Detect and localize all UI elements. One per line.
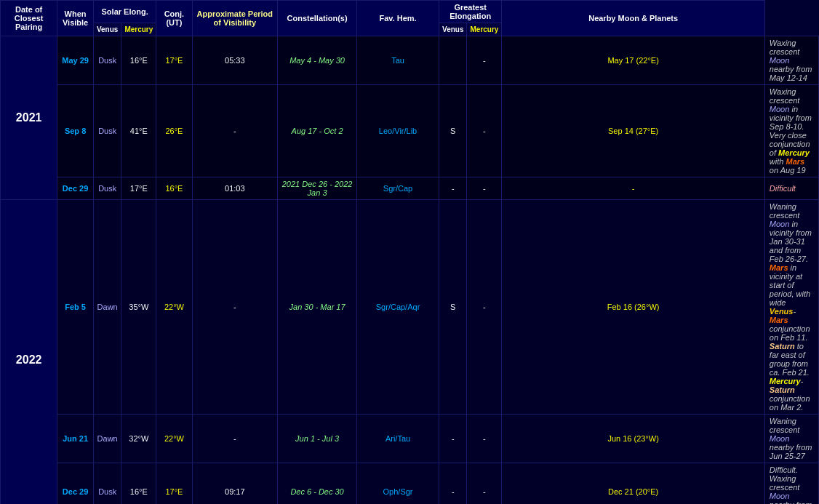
header-conj: Conj. (UT) (156, 1, 192, 36)
date-cell: Dec 29 (57, 463, 94, 505)
venus-elong-cell: 41°E (121, 85, 156, 177)
date-cell: Jun 21 (57, 415, 94, 463)
year-cell: 2022 (1, 200, 57, 505)
table-row: Jun 21Dawn32°W22°W-Jun 1 - Jul 3Ari/Tau-… (1, 415, 819, 463)
table-body: 2021May 29Dusk16°E17°E05:33May 4 - May 3… (1, 36, 819, 505)
venus-elong-cell: 17°E (121, 177, 156, 200)
conj-cell: 09:17 (192, 463, 278, 505)
constellation-cell: Leo/Vir/Lib (357, 85, 439, 177)
venus-elong-cell: 16°E (121, 36, 156, 85)
date-cell: May 29 (57, 36, 94, 85)
nearby-cell: Waning crescent Moon in vicinity from Ja… (764, 200, 818, 415)
when-cell: Dusk (93, 177, 121, 200)
greatest-venus-cell: - (467, 463, 502, 505)
greatest-venus-cell: - (467, 415, 502, 463)
greatest-venus-cell: - (467, 85, 502, 177)
period-cell: Jun 1 - Jul 3 (278, 415, 357, 463)
greatest-venus-cell: - (467, 36, 502, 85)
when-cell: Dawn (93, 415, 121, 463)
greatest-mercury-cell: Sep 14 (27°E) (502, 85, 764, 177)
fav-hem-cell: - (439, 177, 467, 200)
greatest-mercury-cell: Feb 16 (26°W) (502, 200, 764, 415)
mercury-elong-cell: 17°E (156, 463, 192, 505)
fav-hem-cell: S (439, 85, 467, 177)
conj-cell: - (192, 85, 278, 177)
mercury-elong-cell: 17°E (156, 36, 192, 85)
venus-elong-cell: 35°W (121, 200, 156, 415)
when-cell: Dusk (93, 85, 121, 177)
subheader-greatest-mercury: Mercury (467, 23, 502, 36)
conj-cell: - (192, 415, 278, 463)
conj-cell: 01:03 (192, 177, 278, 200)
date-cell: Feb 5 (57, 200, 94, 415)
when-cell: Dawn (93, 200, 121, 415)
greatest-mercury-cell: - (502, 177, 764, 200)
nearby-cell: Waxing crescent Moon in vicinity from Se… (764, 85, 818, 177)
header-period: Approximate Period of Visibility (192, 1, 278, 36)
mercury-elong-cell: 16°E (156, 177, 192, 200)
constellation-cell: Sgr/Cap/Aqr (357, 200, 439, 415)
header-greatest: Greatest Elongation (439, 1, 502, 23)
header-when: When Visible (57, 1, 94, 36)
table-row: Sep 8Dusk41°E26°E-Aug 17 - Oct 2Leo/Vir/… (1, 85, 819, 177)
nearby-cell: Waning crescent Moon nearby from Jun 25-… (764, 415, 818, 463)
table-row: Dec 29Dusk17°E16°E01:032021 Dec 26 - 202… (1, 177, 819, 200)
period-cell: Aug 17 - Oct 2 (278, 85, 357, 177)
nearby-cell: Waxing crescent Moon nearby from May 12-… (764, 36, 818, 85)
venus-elong-cell: 32°W (121, 415, 156, 463)
greatest-venus-cell: - (467, 177, 502, 200)
table-row: 2021May 29Dusk16°E17°E05:33May 4 - May 3… (1, 36, 819, 85)
greatest-mercury-cell: Jun 16 (23°W) (502, 415, 764, 463)
when-cell: Dusk (93, 463, 121, 505)
constellation-cell: Tau (357, 36, 439, 85)
mercury-elong-cell: 26°E (156, 85, 192, 177)
conj-cell: - (192, 200, 278, 415)
year-cell: 2021 (1, 36, 57, 200)
period-cell: Dec 6 - Dec 30 (278, 463, 357, 505)
header-solar: Solar Elong. (93, 1, 156, 23)
fav-hem-cell: - (439, 415, 467, 463)
header-fav: Fav. Hem. (357, 1, 439, 36)
table-row: 2022Feb 5Dawn35°W22°W-Jan 30 - Mar 17Sgr… (1, 200, 819, 415)
greatest-mercury-cell: Dec 21 (20°E) (502, 463, 764, 505)
header-date: Date of Closest Pairing (1, 1, 57, 36)
date-cell: Dec 29 (57, 177, 94, 200)
when-cell: Dusk (93, 36, 121, 85)
subheader-greatest-venus: Venus (439, 23, 467, 36)
greatest-venus-cell: - (467, 200, 502, 415)
mercury-elong-cell: 22°W (156, 415, 192, 463)
header-nearby: Nearby Moon & Planets (502, 1, 764, 36)
subheader-venus-elong: Venus (93, 23, 121, 36)
constellation-cell: Sgr/Cap (357, 177, 439, 200)
nearby-cell: Difficult. Waxing crescent Moon nearby f… (764, 463, 818, 505)
venus-elong-cell: 16°E (121, 463, 156, 505)
main-table: Date of Closest Pairing When Visible Sol… (0, 0, 819, 504)
header-row-1: Date of Closest Pairing When Visible Sol… (1, 1, 819, 23)
greatest-mercury-cell: May 17 (22°E) (502, 36, 764, 85)
conj-cell: 05:33 (192, 36, 278, 85)
fav-hem-cell: S (439, 200, 467, 415)
constellation-cell: Oph/Sgr (357, 463, 439, 505)
header-const: Constellation(s) (278, 1, 357, 36)
subheader-mercury-elong: Mercury (121, 23, 156, 36)
period-cell: 2021 Dec 26 - 2022 Jan 3 (278, 177, 357, 200)
nearby-cell: Difficult (764, 177, 818, 200)
constellation-cell: Ari/Tau (357, 415, 439, 463)
date-cell: Sep 8 (57, 85, 94, 177)
table-row: Dec 29Dusk16°E17°E09:17Dec 6 - Dec 30Oph… (1, 463, 819, 505)
fav-hem-cell: - (439, 463, 467, 505)
mercury-elong-cell: 22°W (156, 200, 192, 415)
period-cell: May 4 - May 30 (278, 36, 357, 85)
fav-hem-cell (439, 36, 467, 85)
period-cell: Jan 30 - Mar 17 (278, 200, 357, 415)
